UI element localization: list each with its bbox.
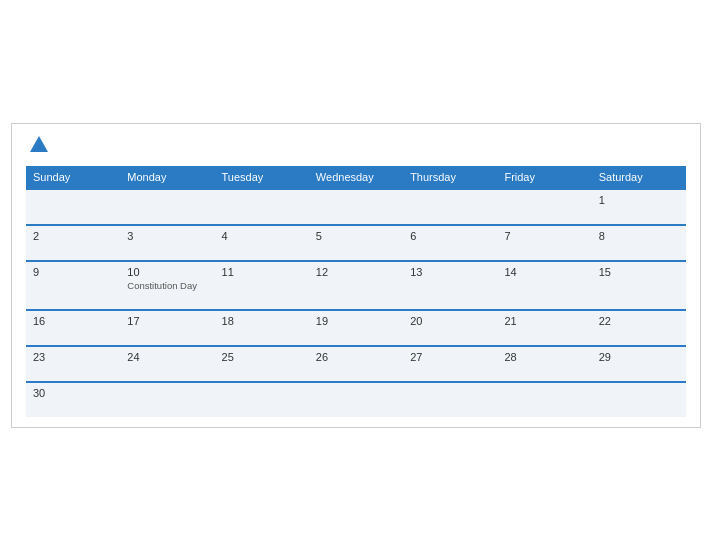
day-number: 13 <box>410 266 490 278</box>
day-number: 21 <box>504 315 584 327</box>
calendar-day-cell: 24 <box>120 346 214 382</box>
weekday-header-sunday: Sunday <box>26 166 120 189</box>
calendar-day-cell <box>120 189 214 225</box>
weekday-header-wednesday: Wednesday <box>309 166 403 189</box>
day-number: 2 <box>33 230 113 242</box>
day-number: 7 <box>504 230 584 242</box>
logo <box>26 136 48 154</box>
day-number: 10 <box>127 266 207 278</box>
day-number: 20 <box>410 315 490 327</box>
calendar-table: SundayMondayTuesdayWednesdayThursdayFrid… <box>26 166 686 417</box>
day-number: 30 <box>33 387 113 399</box>
calendar-day-cell: 12 <box>309 261 403 310</box>
calendar-day-cell: 6 <box>403 225 497 261</box>
calendar-day-cell <box>215 382 309 417</box>
calendar-day-cell: 26 <box>309 346 403 382</box>
calendar-day-cell: 22 <box>592 310 686 346</box>
day-number: 11 <box>222 266 302 278</box>
calendar-week-row: 23242526272829 <box>26 346 686 382</box>
day-number: 8 <box>599 230 679 242</box>
calendar-header <box>26 136 686 154</box>
day-number: 6 <box>410 230 490 242</box>
day-number: 22 <box>599 315 679 327</box>
calendar-day-cell: 1 <box>592 189 686 225</box>
day-number: 29 <box>599 351 679 363</box>
day-number: 1 <box>599 194 679 206</box>
calendar-week-row: 1 <box>26 189 686 225</box>
calendar-day-cell: 8 <box>592 225 686 261</box>
calendar-day-cell <box>592 382 686 417</box>
day-number: 3 <box>127 230 207 242</box>
calendar-day-cell <box>120 382 214 417</box>
day-number: 27 <box>410 351 490 363</box>
calendar-day-cell <box>309 189 403 225</box>
calendar-day-cell: 17 <box>120 310 214 346</box>
calendar-day-cell: 10Constitution Day <box>120 261 214 310</box>
weekday-header-thursday: Thursday <box>403 166 497 189</box>
calendar-day-cell: 18 <box>215 310 309 346</box>
calendar-week-row: 2345678 <box>26 225 686 261</box>
day-number: 14 <box>504 266 584 278</box>
calendar-day-cell: 11 <box>215 261 309 310</box>
calendar-day-cell: 2 <box>26 225 120 261</box>
weekday-header-saturday: Saturday <box>592 166 686 189</box>
weekday-header-monday: Monday <box>120 166 214 189</box>
day-number: 17 <box>127 315 207 327</box>
calendar-day-cell: 23 <box>26 346 120 382</box>
calendar-day-cell <box>215 189 309 225</box>
day-number: 28 <box>504 351 584 363</box>
day-number: 15 <box>599 266 679 278</box>
weekday-header-row: SundayMondayTuesdayWednesdayThursdayFrid… <box>26 166 686 189</box>
calendar-day-cell: 19 <box>309 310 403 346</box>
calendar-week-row: 910Constitution Day1112131415 <box>26 261 686 310</box>
day-number: 18 <box>222 315 302 327</box>
weekday-header-friday: Friday <box>497 166 591 189</box>
weekday-header-tuesday: Tuesday <box>215 166 309 189</box>
calendar-day-cell: 16 <box>26 310 120 346</box>
day-number: 16 <box>33 315 113 327</box>
calendar-day-cell <box>497 189 591 225</box>
calendar-day-cell: 29 <box>592 346 686 382</box>
day-number: 9 <box>33 266 113 278</box>
calendar-day-cell: 7 <box>497 225 591 261</box>
calendar-week-row: 16171819202122 <box>26 310 686 346</box>
day-number: 25 <box>222 351 302 363</box>
calendar-day-cell: 3 <box>120 225 214 261</box>
day-number: 24 <box>127 351 207 363</box>
calendar-day-cell: 21 <box>497 310 591 346</box>
day-number: 12 <box>316 266 396 278</box>
calendar-day-cell: 14 <box>497 261 591 310</box>
calendar-day-cell <box>497 382 591 417</box>
calendar-day-cell: 28 <box>497 346 591 382</box>
day-number: 5 <box>316 230 396 242</box>
day-number: 19 <box>316 315 396 327</box>
calendar-day-cell: 25 <box>215 346 309 382</box>
calendar-week-row: 30 <box>26 382 686 417</box>
calendar-day-cell: 5 <box>309 225 403 261</box>
calendar-day-cell <box>309 382 403 417</box>
logo-triangle-icon <box>30 136 48 152</box>
calendar-day-cell: 15 <box>592 261 686 310</box>
calendar-day-cell <box>26 189 120 225</box>
day-number: 23 <box>33 351 113 363</box>
calendar-day-cell: 9 <box>26 261 120 310</box>
calendar-day-cell <box>403 382 497 417</box>
calendar-day-cell: 13 <box>403 261 497 310</box>
calendar-day-cell: 27 <box>403 346 497 382</box>
calendar-day-cell <box>403 189 497 225</box>
calendar-day-cell: 30 <box>26 382 120 417</box>
day-number: 26 <box>316 351 396 363</box>
calendar-day-cell: 4 <box>215 225 309 261</box>
holiday-label: Constitution Day <box>127 280 207 291</box>
calendar-day-cell: 20 <box>403 310 497 346</box>
calendar-container: SundayMondayTuesdayWednesdayThursdayFrid… <box>11 123 701 428</box>
day-number: 4 <box>222 230 302 242</box>
